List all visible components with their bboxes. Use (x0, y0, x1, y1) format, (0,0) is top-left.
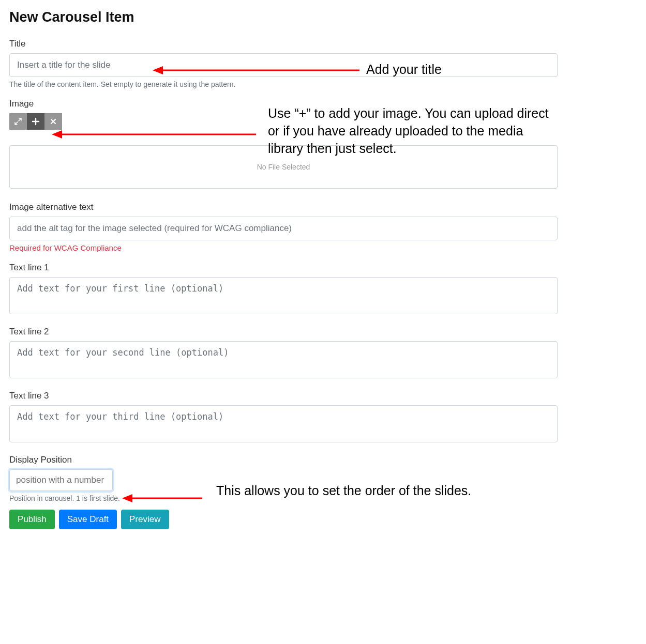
alt-group: Image alternative text Required for WCAG… (9, 202, 637, 252)
line2-input[interactable] (9, 341, 558, 378)
line3-label: Text line 3 (9, 391, 637, 401)
line1-label: Text line 1 (9, 263, 637, 273)
alt-label: Image alternative text (9, 202, 637, 212)
page-title: New Carousel Item (9, 9, 637, 25)
publish-button[interactable]: Publish (9, 510, 55, 529)
title-help: The title of the content item. Set empty… (9, 80, 637, 88)
alt-help: Required for WCAG Compliance (9, 243, 637, 252)
action-buttons: Publish Save Draft Preview (9, 510, 637, 529)
alt-input[interactable] (9, 217, 558, 240)
save-draft-button[interactable]: Save Draft (59, 510, 117, 529)
annotation-position: This allows you to set the order of the … (216, 482, 495, 500)
annotation-image: Use “+” to add your image. You can uploa… (268, 105, 558, 157)
position-label: Display Position (9, 455, 637, 465)
media-expand-button[interactable] (9, 113, 27, 130)
line1-group: Text line 1 (9, 263, 637, 316)
media-remove-button[interactable] (44, 113, 62, 130)
plus-icon (32, 117, 40, 126)
line3-input[interactable] (9, 405, 558, 442)
line3-group: Text line 3 (9, 391, 637, 444)
line1-input[interactable] (9, 277, 558, 314)
title-input[interactable] (9, 53, 558, 77)
line2-group: Text line 2 (9, 327, 637, 380)
preview-button[interactable]: Preview (121, 510, 169, 529)
expand-icon (14, 118, 22, 125)
title-group: Title The title of the content item. Set… (9, 39, 637, 88)
title-label: Title (9, 39, 637, 49)
position-input[interactable] (9, 469, 113, 491)
close-icon (50, 118, 57, 125)
line2-label: Text line 2 (9, 327, 637, 337)
media-add-button[interactable] (27, 113, 44, 130)
annotation-title: Add your title (366, 61, 442, 79)
media-dropzone-text: No File Selected (257, 163, 310, 171)
